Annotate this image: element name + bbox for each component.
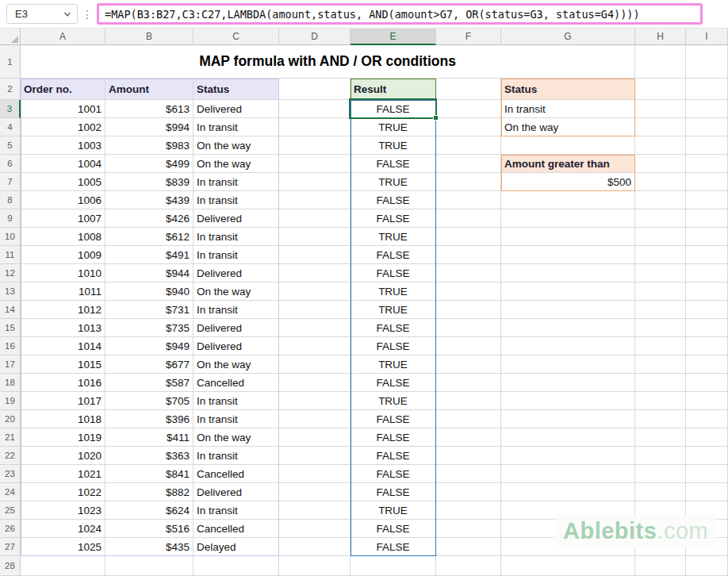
cell-F12[interactable] — [436, 264, 501, 282]
cell-E27[interactable]: FALSE — [351, 538, 436, 556]
cell-A13[interactable]: 1011 — [21, 282, 105, 301]
cell-F23[interactable] — [436, 465, 501, 483]
cell-G4[interactable]: On the way — [501, 118, 635, 136]
cell-D14[interactable] — [279, 301, 351, 319]
cell-H14[interactable] — [635, 301, 686, 319]
cell-D17[interactable] — [279, 355, 351, 374]
row-header-18[interactable]: 18 — [0, 374, 21, 392]
cell-G18[interactable] — [501, 374, 635, 392]
cell-B15[interactable]: $735 — [105, 319, 193, 337]
cell-E6[interactable]: FALSE — [351, 155, 436, 173]
cell-D26[interactable] — [279, 520, 351, 538]
cell-D25[interactable] — [279, 501, 351, 520]
cell-D23[interactable] — [279, 465, 351, 483]
cell-D7[interactable] — [279, 173, 351, 191]
cell-A27[interactable]: 1025 — [21, 538, 105, 556]
cell-F18[interactable] — [436, 374, 501, 392]
cell-D27[interactable] — [279, 538, 351, 556]
cell-G15[interactable] — [501, 319, 635, 337]
cell-A2[interactable]: Order no. — [21, 79, 105, 100]
cell-C22[interactable]: In transit — [193, 447, 279, 465]
cell-E14[interactable]: TRUE — [351, 301, 436, 319]
cell-E7[interactable]: TRUE — [351, 173, 436, 191]
cell-D9[interactable] — [279, 209, 351, 228]
cell-D16[interactable] — [279, 337, 351, 355]
cell-F21[interactable] — [436, 428, 501, 447]
cell-B24[interactable]: $882 — [105, 483, 193, 501]
cell-C12[interactable]: Delivered — [193, 264, 279, 282]
cell-G11[interactable] — [501, 246, 635, 264]
row-header-6[interactable]: 6 — [0, 155, 21, 173]
cell-I3[interactable] — [686, 100, 728, 118]
cell-A6[interactable]: 1004 — [21, 155, 105, 173]
cell-I7[interactable] — [686, 173, 728, 191]
cell-E26[interactable]: FALSE — [351, 520, 436, 538]
cell-B3[interactable]: $613 — [105, 100, 193, 118]
cell-B26[interactable]: $516 — [105, 520, 193, 538]
cell-C24[interactable]: Delivered — [193, 483, 279, 501]
column-header-C[interactable]: C — [193, 29, 279, 45]
row-header-20[interactable]: 20 — [0, 410, 21, 428]
cell-C6[interactable]: On the way — [193, 155, 279, 173]
cell-A14[interactable]: 1012 — [21, 301, 105, 319]
cell-F13[interactable] — [436, 282, 501, 301]
column-header-G[interactable]: G — [501, 29, 635, 45]
cell-B13[interactable]: $940 — [105, 282, 193, 301]
cell-C5[interactable]: On the way — [193, 136, 279, 155]
cell-D15[interactable] — [279, 319, 351, 337]
cell-E4[interactable]: TRUE — [351, 118, 436, 136]
column-header-E[interactable]: E — [351, 29, 436, 45]
cell-F7[interactable] — [436, 173, 501, 191]
cell-C14[interactable]: In transit — [193, 301, 279, 319]
cell-E20[interactable]: FALSE — [351, 410, 436, 428]
row-header-8[interactable]: 8 — [0, 191, 21, 209]
cell-E23[interactable]: FALSE — [351, 465, 436, 483]
cell-I10[interactable] — [686, 228, 728, 246]
name-box[interactable]: E3 — [6, 4, 78, 24]
cell-B4[interactable]: $994 — [105, 118, 193, 136]
cell-F14[interactable] — [436, 301, 501, 319]
cell-I5[interactable] — [686, 136, 728, 155]
cell-A24[interactable]: 1022 — [21, 483, 105, 501]
cell-F4[interactable] — [436, 118, 501, 136]
cell-H21[interactable] — [635, 428, 686, 447]
cell-A23[interactable]: 1021 — [21, 465, 105, 483]
cell-G17[interactable] — [501, 355, 635, 374]
row-header-15[interactable]: 15 — [0, 319, 21, 337]
cell-I1[interactable] — [686, 45, 728, 79]
cell-C28[interactable] — [193, 556, 279, 576]
cell-F3[interactable] — [436, 100, 501, 118]
sheet-title[interactable]: MAP formula with AND / OR conditions — [21, 45, 635, 79]
cell-C11[interactable]: In transit — [193, 246, 279, 264]
row-header-14[interactable]: 14 — [0, 301, 21, 319]
cell-H12[interactable] — [635, 264, 686, 282]
cell-F8[interactable] — [436, 191, 501, 209]
cell-A18[interactable]: 1016 — [21, 374, 105, 392]
cell-H9[interactable] — [635, 209, 686, 228]
cell-C17[interactable]: On the way — [193, 355, 279, 374]
cell-E17[interactable]: TRUE — [351, 355, 436, 374]
cell-A12[interactable]: 1010 — [21, 264, 105, 282]
cell-I22[interactable] — [686, 447, 728, 465]
row-header-23[interactable]: 23 — [0, 465, 21, 483]
cell-G6[interactable]: Amount greater than — [501, 155, 635, 173]
cell-A28[interactable] — [21, 556, 105, 576]
row-header-22[interactable]: 22 — [0, 447, 21, 465]
cell-B20[interactable]: $396 — [105, 410, 193, 428]
cell-C10[interactable]: In transit — [193, 228, 279, 246]
row-header-1[interactable]: 1 — [0, 45, 21, 79]
cell-A21[interactable]: 1019 — [21, 428, 105, 447]
cell-H3[interactable] — [635, 100, 686, 118]
cell-H13[interactable] — [635, 282, 686, 301]
row-header-5[interactable]: 5 — [0, 136, 21, 155]
column-header-F[interactable]: F — [436, 29, 501, 45]
cell-F28[interactable] — [436, 556, 501, 576]
chevron-down-icon[interactable] — [63, 10, 71, 18]
row-header-11[interactable]: 11 — [0, 246, 21, 264]
row-header-25[interactable]: 25 — [0, 501, 21, 520]
cell-I9[interactable] — [686, 209, 728, 228]
cell-I8[interactable] — [686, 191, 728, 209]
row-header-16[interactable]: 16 — [0, 337, 21, 355]
cell-B23[interactable]: $841 — [105, 465, 193, 483]
cell-E21[interactable]: FALSE — [351, 428, 436, 447]
